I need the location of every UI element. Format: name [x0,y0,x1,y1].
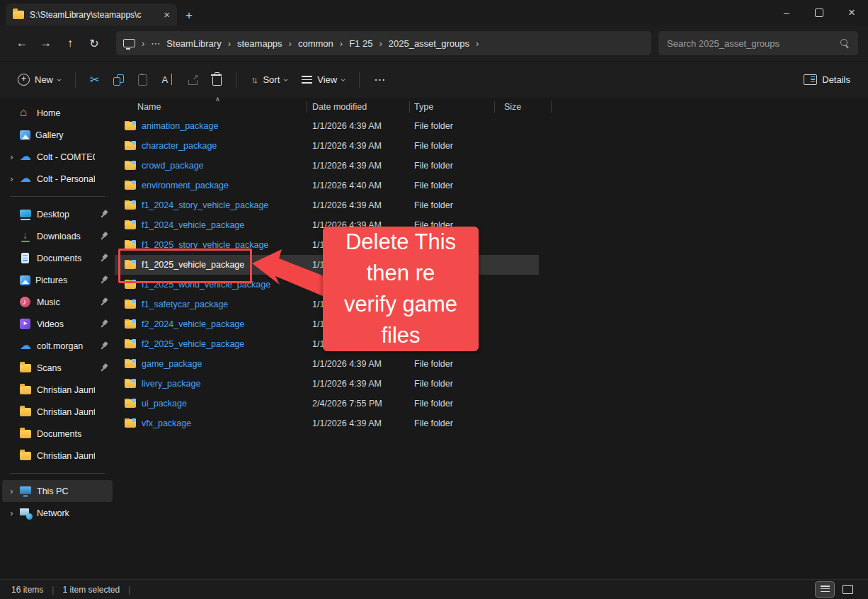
close-button[interactable]: × [835,0,868,25]
file-row-14[interactable]: ui_package 2/4/2026 7:55 PM File folder [115,394,868,413]
forward-button[interactable]: → [34,32,58,55]
details-view-button[interactable] [816,582,834,597]
new-button[interactable]: New › [11,67,67,93]
sidebar-item-1[interactable]: › Network [2,502,113,524]
file-row-2[interactable]: crowd_package 1/1/2026 4:39 AM File fold… [115,156,868,176]
chevron-right-icon[interactable]: › [8,486,16,496]
pin-icon [97,361,110,374]
column-divider[interactable] [551,101,552,113]
sidebar-item-1[interactable]: › Downloads [2,225,113,247]
file-date-modified: 1/1/2026 4:40 AM [307,181,409,190]
column-header-name[interactable]: Name [115,102,307,112]
details-pane-button[interactable]: Details [797,67,857,93]
pin-icon [97,273,110,286]
sidebar-item-0[interactable]: › Desktop [2,203,113,225]
sidebar-item-8[interactable]: › Christian Jauntig [2,379,113,401]
file-date-modified: 1/1/2026 4:39 AM [307,359,409,369]
sidebar-item-3[interactable]: › Pictures [2,269,113,291]
file-name: ui_package [142,399,187,409]
back-button[interactable]: ← [10,32,34,55]
sidebar-item-6[interactable]: › colt.morgan [2,335,113,357]
view-button[interactable]: View › [295,67,351,93]
sort-ascending-icon: ∧ [215,96,220,103]
file-date-modified: 1/1/2026 4:39 AM [307,121,409,131]
file-row-1[interactable]: character_package 1/1/2026 4:39 AM File … [115,136,868,156]
sidebar-item-2[interactable]: › Colt - COMTEC SYS [2,146,113,168]
file-type: File folder [409,141,499,151]
sidebar-item-1[interactable]: › Gallery [2,124,113,146]
chevron-right-icon[interactable]: › [8,173,16,184]
chevron-right-icon: › [469,38,485,49]
column-header-type[interactable]: Type [409,102,499,112]
breadcrumb[interactable]: › ⋯ SteamLibrary › steamapps › common › … [116,31,651,55]
file-row-3[interactable]: environment_package 1/1/2026 4:40 AM Fil… [115,176,868,195]
sidebar-item-3[interactable]: › Colt - Personal [2,168,113,190]
sidebar-item-0[interactable]: › This PC [2,480,113,502]
sidebar-item-9[interactable]: › Christian Jauntig [2,401,113,423]
breadcrumb-item-2[interactable]: common [298,38,333,49]
sidebar-item-7[interactable]: › Scans [2,357,113,379]
breadcrumb-overflow-button[interactable]: ⋯ [151,38,161,49]
file-row-12[interactable]: game_package 1/1/2026 4:39 AM File folde… [115,354,868,374]
maximize-button[interactable] [803,0,835,25]
breadcrumb-item-0[interactable]: SteamLibrary [166,38,221,49]
folder-icon [125,161,136,170]
file-row-15[interactable]: vfx_package 1/1/2026 4:39 AM File folder [115,413,868,433]
paste-button[interactable] [132,67,154,93]
sidebar-item-2[interactable]: › Documents [2,247,113,269]
refresh-button[interactable]: ↻ [82,32,106,55]
breadcrumb-item-3[interactable]: F1 25 [349,38,372,49]
tab-close-icon[interactable]: × [164,9,170,20]
pin-icon [97,229,110,242]
file-row-0[interactable]: animation_package 1/1/2026 4:39 AM File … [115,116,868,136]
sidebar-item-11[interactable]: › Christian Jauntig - T [2,445,113,467]
file-type: File folder [409,200,499,210]
minimize-button[interactable]: – [770,0,803,25]
file-name-cell: f2_2025_vehicle_package [115,339,307,349]
cut-button[interactable]: ✂ [84,67,105,93]
search-input[interactable]: Search 2025_asset_groups [658,31,858,55]
tab-title: S:\SteamLibrary\steamapps\c [30,10,158,20]
share-button[interactable] [181,67,205,93]
explorer-tab[interactable]: S:\SteamLibrary\steamapps\c × [6,4,177,25]
trash-icon [212,76,222,86]
column-divider[interactable] [409,101,410,113]
copy-button[interactable] [107,67,130,93]
sidebar-item-10[interactable]: › Documents [2,423,113,445]
file-row-11[interactable]: f2_2025_vehicle_package 1/1/2026 4:39 AM… [115,334,868,354]
sidebar-item-4[interactable]: › Music [2,291,113,313]
more-options-button[interactable]: ⋯ [367,67,392,93]
sidebar-bottom-group: › This PC › Network [0,480,115,524]
new-button-label: New [35,74,53,85]
file-row-9[interactable]: f1_safetycar_package 1/1/2026 4:39 AM Fi… [115,295,868,314]
sidebar-item-5[interactable]: › Videos [2,313,113,335]
large-thumbnails-view-button[interactable] [838,582,857,597]
rename-icon [161,74,173,85]
sort-button[interactable]: ↑↓ Sort › [244,67,294,93]
column-divider[interactable] [307,101,307,113]
rename-button[interactable] [155,67,180,93]
column-divider[interactable] [494,101,495,113]
chevron-right-icon[interactable]: › [8,152,16,162]
up-button[interactable]: ↑ [58,32,82,55]
chevron-right-icon[interactable]: › [8,508,16,518]
file-row-5[interactable]: f1_2024_vehicle_package 1/1/2026 4:39 AM… [115,215,868,235]
file-row-10[interactable]: f2_2024_vehicle_package 1/1/2026 4:39 AM… [115,314,868,334]
sidebar-item-label: Downloads [37,232,95,241]
maximize-icon [815,8,823,17]
delete-button[interactable] [206,67,228,93]
sidebar-item-label: Gallery [35,130,95,140]
file-date-modified: 1/1/2026 4:39 AM [307,141,409,151]
breadcrumb-item-1[interactable]: steamapps [237,38,282,49]
annotation-highlight-rectangle [118,249,252,283]
this-pc-icon[interactable] [123,39,135,47]
new-tab-button[interactable]: + [185,9,193,21]
file-list: ∧ Name Date modified Type Size animation… [115,98,868,579]
column-header-date-modified[interactable]: Date modified [307,102,409,112]
file-row-4[interactable]: f1_2024_story_vehicle_package 1/1/2026 4… [115,195,868,215]
sidebar-item-0[interactable]: › Home [2,102,113,124]
view-toggles [816,582,857,597]
breadcrumb-item-4[interactable]: 2025_asset_groups [389,38,469,49]
file-row-13[interactable]: livery_package 1/1/2026 4:39 AM File fol… [115,374,868,394]
file-name-cell: environment_package [115,181,307,190]
